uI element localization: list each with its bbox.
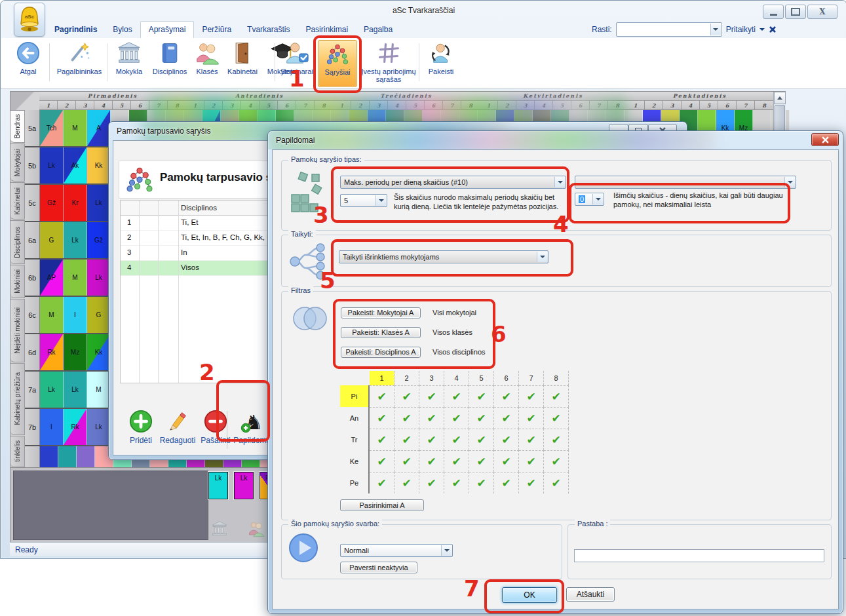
grid-column-header-6[interactable]: 6 bbox=[494, 371, 519, 385]
period-number[interactable]: 5 bbox=[113, 101, 131, 110]
find-close-icon[interactable] bbox=[769, 26, 777, 33]
grid-check-cell[interactable]: ✔ bbox=[370, 407, 394, 429]
grid-check-cell[interactable]: ✔ bbox=[494, 407, 519, 429]
lesson-cell[interactable]: Lk bbox=[40, 147, 64, 183]
lesson-cell[interactable]: G bbox=[40, 222, 64, 258]
grid-check-cell[interactable]: ✔ bbox=[544, 450, 569, 472]
unscheduled-card[interactable]: Lk bbox=[234, 472, 254, 499]
class-label[interactable] bbox=[25, 446, 40, 468]
grid-check-cell[interactable]: ✔ bbox=[469, 429, 494, 450]
grid-check-cell[interactable]: ✔ bbox=[419, 385, 444, 407]
side-tab-tinklelis[interactable]: tinklelis bbox=[10, 436, 25, 467]
lesson-cell[interactable]: M bbox=[40, 297, 64, 333]
grid-check-cell[interactable]: ✔ bbox=[544, 407, 569, 429]
lesson-cell[interactable] bbox=[58, 446, 77, 468]
max-periods-select[interactable]: 5 bbox=[340, 194, 387, 207]
minimize-button[interactable] bbox=[763, 5, 784, 19]
tab-pagalba[interactable]: Pagalba bbox=[356, 22, 400, 38]
grid-check-cell[interactable]: ✔ bbox=[519, 429, 544, 450]
exceptions-select[interactable]: 0 bbox=[575, 193, 604, 206]
apply-to-select[interactable]: Taikyti išrinktiems mokytojams bbox=[339, 250, 548, 263]
tab-tvarkaraštis[interactable]: Tvarkaraštis bbox=[239, 22, 298, 38]
lesson-cell[interactable]: Ak bbox=[64, 147, 87, 183]
period-number[interactable]: 4 bbox=[682, 101, 700, 110]
grid-check-cell[interactable]: ✔ bbox=[370, 450, 394, 472]
dialog1-button-pridėti[interactable]: Pridėti bbox=[120, 408, 162, 445]
ribbon-button-pakeisti[interactable]: Pakeisti bbox=[423, 40, 459, 86]
grid-check-cell[interactable]: ✔ bbox=[444, 385, 469, 407]
grid-row-label-An[interactable]: An bbox=[340, 407, 370, 429]
class-label[interactable]: 5b bbox=[25, 147, 40, 183]
period-number[interactable]: 5 bbox=[700, 101, 718, 110]
lesson-cell[interactable]: Kk bbox=[87, 334, 111, 370]
grid-check-cell[interactable]: ✔ bbox=[394, 472, 419, 493]
grid-column-header-5[interactable]: 5 bbox=[469, 371, 494, 385]
lesson-cell[interactable]: I bbox=[64, 297, 87, 333]
ribbon-button-seminarai[interactable]: Seminarai bbox=[279, 40, 315, 86]
tab-peržiūra[interactable]: Peržiūra bbox=[194, 22, 239, 38]
side-tab-bendras[interactable]: Bendras bbox=[10, 110, 25, 143]
lesson-cell[interactable]: Lk bbox=[40, 372, 64, 408]
period-number[interactable]: 3 bbox=[76, 101, 94, 110]
period-number[interactable]: 6 bbox=[718, 101, 737, 110]
ribbon-button-įvestų-apribojimų[interactable]: Įvestų apribojimųsąrašas bbox=[358, 40, 419, 86]
lesson-cell[interactable]: Mz bbox=[64, 334, 87, 370]
ribbon-button-kabinetai[interactable]: Kabinetai bbox=[223, 40, 261, 86]
period-number[interactable]: 4 bbox=[94, 101, 113, 110]
grid-check-cell[interactable]: ✔ bbox=[469, 407, 494, 429]
grid-column-header-4[interactable]: 4 bbox=[444, 371, 469, 385]
class-label[interactable]: 6d bbox=[25, 334, 40, 370]
lesson-cell[interactable]: AP bbox=[40, 260, 64, 296]
grid-check-cell[interactable]: ✔ bbox=[444, 407, 469, 429]
filter-button-pakeisti-disciplinos-a[interactable]: Pakeisti: Disciplinos A bbox=[341, 347, 421, 358]
grid-column-header-2[interactable]: 2 bbox=[394, 371, 419, 385]
side-tab-kabinetai[interactable]: Kabinetai bbox=[10, 182, 25, 220]
side-tab-neįdėti-mokiniai[interactable]: Neįdėti mokiniai bbox=[10, 299, 25, 362]
side-tab-disciplinos[interactable]: Disciplinos bbox=[10, 220, 25, 264]
lesson-cell[interactable]: M bbox=[64, 260, 87, 296]
grid-check-cell[interactable]: ✔ bbox=[394, 407, 419, 429]
grid-check-cell[interactable]: ✔ bbox=[469, 472, 494, 493]
secondary-type-select[interactable] bbox=[575, 176, 796, 189]
period-number[interactable]: 2 bbox=[58, 101, 76, 110]
lesson-cell[interactable] bbox=[77, 446, 95, 468]
grid-check-cell[interactable]: ✔ bbox=[370, 472, 394, 493]
find-dropdown-button[interactable] bbox=[710, 24, 721, 35]
lesson-cell[interactable]: Lk bbox=[64, 222, 87, 258]
grid-check-cell[interactable]: ✔ bbox=[419, 472, 444, 493]
grid-check-cell[interactable]: ✔ bbox=[419, 450, 444, 472]
ribbon-button-klasės[interactable]: Klasės bbox=[192, 40, 222, 86]
lesson-cell[interactable]: A bbox=[87, 110, 111, 146]
close-button[interactable]: X bbox=[807, 5, 837, 19]
dialog1-button-redaguoti[interactable]: Redaguoti bbox=[157, 408, 199, 445]
note-input[interactable] bbox=[574, 549, 824, 562]
grid-check-cell[interactable]: ✔ bbox=[419, 429, 444, 450]
lesson-cell[interactable]: G bbox=[87, 297, 111, 333]
grid-column-header-7[interactable]: 7 bbox=[519, 371, 544, 385]
grid-check-cell[interactable]: ✔ bbox=[544, 429, 569, 450]
dialog1-button-pašalinti[interactable]: Pašalinti bbox=[195, 408, 237, 445]
ribbon-button-atgal[interactable]: Atgal bbox=[10, 40, 47, 86]
lesson-cell[interactable]: Lk bbox=[87, 185, 111, 221]
make-inactive-button[interactable]: Paversti neaktyvia bbox=[340, 562, 417, 573]
grid-check-cell[interactable]: ✔ bbox=[394, 450, 419, 472]
period-number[interactable]: 6 bbox=[131, 101, 149, 110]
dialog2-titlebar[interactable] bbox=[268, 131, 843, 149]
grid-row-label-Pe[interactable]: Pe bbox=[340, 472, 370, 493]
grid-check-cell[interactable]: ✔ bbox=[444, 429, 469, 450]
grid-check-cell[interactable]: ✔ bbox=[444, 450, 469, 472]
grid-check-cell[interactable]: ✔ bbox=[494, 450, 519, 472]
side-tab-mokytojai[interactable]: Mokytojai bbox=[10, 144, 25, 182]
tab-pagrindinis[interactable]: Pagrindinis bbox=[47, 22, 105, 38]
lesson-cell[interactable]: I bbox=[40, 409, 64, 445]
grid-check-cell[interactable]: ✔ bbox=[419, 407, 444, 429]
period-number[interactable]: 8 bbox=[755, 101, 773, 110]
grid-column-header-8[interactable]: 8 bbox=[544, 371, 569, 385]
grid-check-cell[interactable]: ✔ bbox=[519, 450, 544, 472]
lesson-cell[interactable]: Rk bbox=[64, 409, 87, 445]
grid-check-cell[interactable]: ✔ bbox=[494, 429, 519, 450]
period-number[interactable]: 3 bbox=[663, 101, 682, 110]
class-label[interactable]: 7a bbox=[25, 372, 40, 408]
grid-column-header-3[interactable]: 3 bbox=[419, 371, 444, 385]
lesson-cell[interactable]: Gž bbox=[40, 185, 64, 221]
